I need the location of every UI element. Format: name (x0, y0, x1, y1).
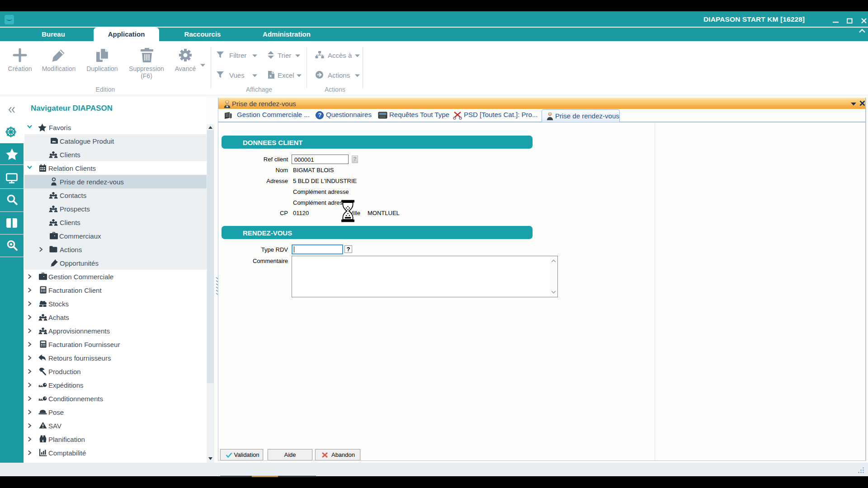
svg-text:?: ? (318, 112, 321, 118)
svg-text:x: x (269, 74, 272, 78)
